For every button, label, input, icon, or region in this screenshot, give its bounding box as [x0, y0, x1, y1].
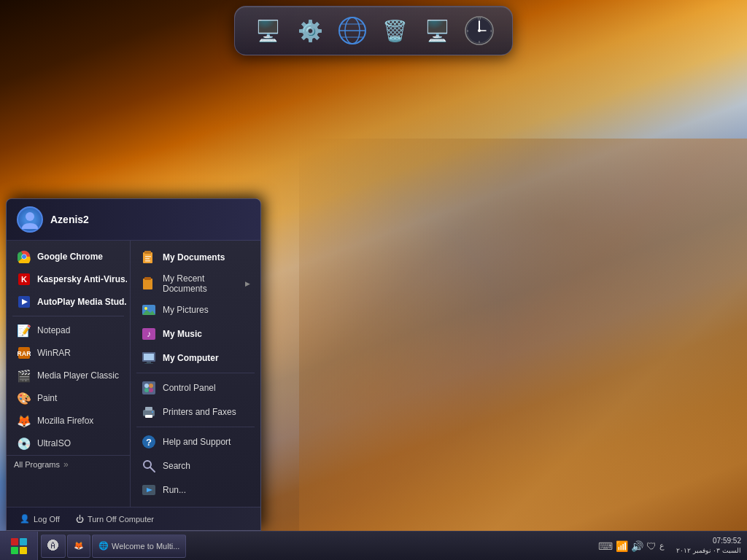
svg-rect-40 [142, 381, 155, 394]
search-label: Search [163, 461, 190, 471]
svg-rect-29 [143, 279, 152, 289]
svg-point-41 [144, 384, 149, 388]
right-search[interactable]: Search [133, 454, 258, 478]
svg-rect-58 [20, 547, 27, 554]
taskbar-tray: ⌨ 📶 🔊 🛡 ع [592, 532, 670, 561]
all-programs-button[interactable]: All Programs » [7, 455, 130, 473]
mediaplayer-icon: 🎬 [17, 368, 31, 383]
firefox-icon: 🦊 [17, 413, 31, 428]
my-documents-icon [141, 249, 157, 265]
start-right-panel: My Documents My RecentDocuments ▶ [131, 241, 260, 507]
right-run[interactable]: Run... [133, 478, 258, 502]
right-control-panel[interactable]: Control Panel [133, 376, 258, 400]
network-tray-icon[interactable]: 📶 [616, 540, 628, 552]
start-button[interactable] [0, 532, 38, 561]
dock: 🖥️ ⚙️ 🗑️ 🖥️ 12 3 6 9 [234, 6, 513, 55]
svg-rect-26 [145, 256, 151, 257]
my-music-icon: ♪ [141, 326, 157, 342]
right-my-pictures[interactable]: My Pictures [133, 298, 258, 322]
printers-label: Printers and Faxes [163, 407, 236, 417]
menu-divider-1 [12, 316, 124, 316]
logout-label: Log Off [34, 515, 60, 524]
shutdown-label: Turn Off Computer [88, 515, 154, 524]
control-panel-icon [141, 380, 157, 396]
menu-item-firefox[interactable]: 🦊 Mozilla Firefox [9, 410, 127, 432]
start-left-panel: Google Chrome K Kaspersky Anti-Virus... [7, 241, 131, 507]
svg-point-32 [144, 307, 147, 310]
mediaplayer-label: Media Player Classic [37, 370, 119, 381]
menu-item-notepad[interactable]: 📝 Notepad [9, 319, 127, 341]
my-recent-label: My RecentDocuments [163, 273, 207, 294]
my-computer-icon [141, 350, 157, 366]
svg-rect-37 [144, 354, 154, 360]
svg-line-52 [150, 467, 155, 472]
svg-text:♪: ♪ [147, 329, 151, 339]
svg-point-9 [478, 29, 481, 32]
svg-text:12: 12 [478, 17, 481, 20]
my-documents-label: My Documents [163, 252, 225, 262]
svg-rect-30 [144, 277, 151, 280]
menu-item-mediaplayer[interactable]: 🎬 Media Player Classic [9, 365, 127, 386]
logout-button[interactable]: 👤 Log Off [14, 512, 66, 526]
right-divider-1 [136, 373, 255, 373]
menu-item-winrar[interactable]: RAR WinRAR [9, 342, 127, 364]
chrome-label: Google Chrome [37, 252, 103, 262]
right-my-recent[interactable]: My RecentDocuments ▶ [133, 270, 258, 298]
ultraiso-label: UltraISO [37, 438, 71, 448]
monitor-icon[interactable]: 🖥️ [249, 12, 286, 49]
user-avatar [17, 206, 43, 233]
taskbar-start-icon: 🅐 [47, 540, 59, 553]
settings-gear-icon[interactable]: ⚙️ [292, 12, 328, 49]
menu-item-kaspersky[interactable]: K Kaspersky Anti-Virus... [9, 268, 127, 290]
printers-icon [141, 404, 157, 420]
svg-rect-57 [11, 547, 18, 554]
menu-item-paint[interactable]: 🎨 Paint [9, 387, 127, 409]
right-my-music[interactable]: ♪ My Music [133, 322, 258, 346]
control-panel-label: Control Panel [163, 383, 216, 393]
start-menu-footer: 👤 Log Off ⏻ Turn Off Computer [7, 507, 260, 530]
my-pictures-icon [141, 302, 157, 318]
trash-icon[interactable]: 🗑️ [376, 12, 413, 49]
taskbar-item-firefox[interactable]: 🦊 [67, 534, 90, 558]
start-menu-body: Google Chrome K Kaspersky Anti-Virus... [7, 241, 260, 507]
help-icon: ? [141, 434, 157, 450]
winrar-label: WinRAR [37, 348, 71, 358]
notepad-icon: 📝 [17, 323, 31, 338]
right-help[interactable]: ? Help and Support [133, 430, 258, 454]
rock-overlay [299, 139, 747, 531]
menu-item-autoplay[interactable]: AutoPlay Media Stud... [9, 291, 127, 313]
svg-point-44 [149, 388, 153, 392]
user-name: Azenis2 [50, 214, 89, 225]
right-printers[interactable]: Printers and Faxes [133, 400, 258, 424]
svg-rect-38 [147, 362, 151, 363]
input-tray-icon[interactable]: ع [659, 541, 665, 551]
svg-text:K: K [21, 275, 27, 284]
my-computer-label: My Computer [163, 353, 219, 363]
taskbar-ie-icon: 🌐 [98, 541, 109, 551]
right-my-computer[interactable]: My Computer [133, 346, 258, 370]
keyboard-tray-icon[interactable]: ⌨ [598, 540, 613, 552]
menu-item-chrome[interactable]: Google Chrome [9, 246, 127, 268]
network-icon[interactable] [334, 12, 371, 49]
clock-time: 07:59:52 [676, 536, 741, 546]
my-music-label: My Music [163, 329, 202, 339]
desktop: 🖥️ ⚙️ 🗑️ 🖥️ 12 3 6 9 [0, 0, 747, 560]
run-icon [141, 482, 157, 498]
system-clock[interactable]: 07:59:52 السبت ۰۳ نوفمبر ۲۰۱۲ [670, 536, 747, 556]
svg-point-43 [144, 388, 149, 392]
taskbar-items: 🅐 🦊 🌐 Welcome to Multi... [38, 534, 592, 558]
winrar-icon: RAR [17, 346, 31, 360]
taskbar-browser-label: Welcome to Multi... [112, 542, 179, 551]
menu-item-ultraiso[interactable]: 💿 UltraISO [9, 432, 127, 454]
svg-text:RAR: RAR [18, 350, 31, 357]
clock-widget-icon[interactable]: 12 3 6 9 [461, 12, 498, 49]
taskbar-item-start[interactable]: 🅐 [41, 534, 66, 558]
ultraiso-icon: 💿 [17, 436, 31, 451]
display-icon[interactable]: 🖥️ [419, 12, 455, 49]
taskbar-item-browser[interactable]: 🌐 Welcome to Multi... [92, 534, 186, 558]
security-tray-icon[interactable]: 🛡 [646, 540, 657, 552]
firefox-label: Mozilla Firefox [37, 416, 93, 426]
volume-tray-icon[interactable]: 🔊 [631, 540, 643, 552]
right-my-documents[interactable]: My Documents [133, 246, 258, 269]
shutdown-button[interactable]: ⏻ Turn Off Computer [70, 513, 160, 526]
